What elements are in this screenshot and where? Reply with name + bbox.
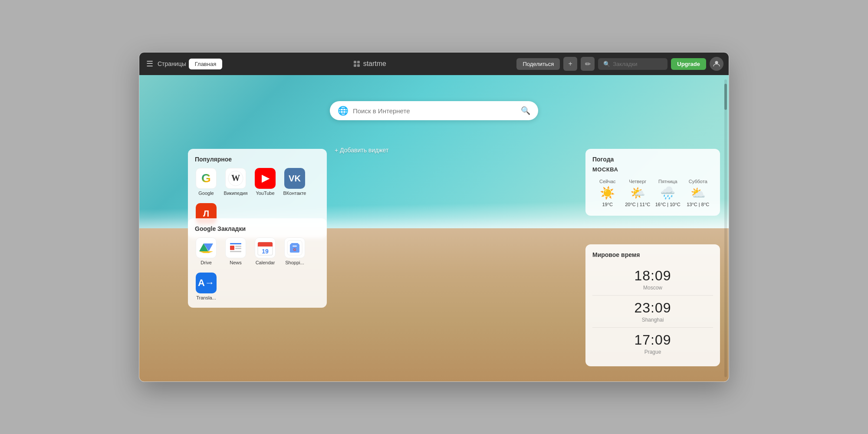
svg-rect-22 bbox=[293, 246, 297, 247]
bookmark-item-shopping[interactable]: G Shoppi... bbox=[283, 237, 306, 266]
vk-icon: VK bbox=[284, 168, 305, 189]
search-magnifier-icon[interactable]: 🔍 bbox=[521, 106, 530, 115]
weather-thu-temp: 20°C | 11°C bbox=[625, 202, 650, 207]
calendar-logo: 19 bbox=[257, 240, 273, 256]
bookmark-item-news[interactable]: News bbox=[224, 237, 247, 266]
news-label: News bbox=[230, 260, 242, 266]
drive-label: Drive bbox=[201, 260, 212, 266]
startme-logo-icon bbox=[353, 60, 361, 68]
bookmarks-widget-title: Google Закладки bbox=[195, 225, 320, 232]
main-search-box: 🌐 🔍 bbox=[330, 101, 538, 120]
wikipedia-logo: W bbox=[228, 171, 243, 186]
add-widget-button[interactable]: + Добавить виджет bbox=[335, 147, 388, 154]
drive-icon bbox=[196, 237, 217, 258]
weather-sat-icon: ⛅ bbox=[690, 186, 706, 200]
site-name: startme bbox=[363, 60, 386, 68]
globe-icon: 🌐 bbox=[338, 105, 349, 116]
time-prague-value: 17:09 bbox=[592, 332, 713, 348]
svg-rect-15 bbox=[235, 248, 241, 249]
bookmark-item-translate[interactable]: A→ Transla... bbox=[195, 273, 217, 301]
shopping-label: Shoppi... bbox=[285, 260, 304, 266]
user-avatar-button[interactable] bbox=[710, 57, 723, 71]
translate-label: Transla... bbox=[196, 295, 216, 301]
weather-day-sat: Суббота ⛅ 13°C | 8°C bbox=[683, 177, 713, 209]
news-logo bbox=[227, 240, 244, 256]
time-prague-city: Prague bbox=[592, 349, 713, 355]
time-entry-moscow: 18:09 Moscow bbox=[592, 263, 713, 296]
bookmarks-search[interactable]: 🔍 bbox=[598, 58, 667, 70]
bookmark-item-calendar[interactable]: 19 Calendar bbox=[254, 237, 276, 266]
glavnaya-button[interactable]: Главная bbox=[189, 59, 222, 69]
time-shanghai-city: Shanghai bbox=[592, 317, 713, 323]
weather-day-thu: Четверг 🌤️ 20°C | 11°C bbox=[623, 177, 653, 209]
time-title: Мировое время bbox=[592, 251, 713, 258]
bookmarks-widget: Google Закладки Drive bbox=[188, 218, 327, 308]
vk-label: ВКонтакте bbox=[283, 191, 306, 196]
weather-title: Погода bbox=[592, 156, 713, 163]
weather-fri-icon: 🌧️ bbox=[660, 186, 675, 200]
svg-marker-10 bbox=[199, 251, 213, 253]
menu-icon[interactable]: ☰ bbox=[145, 57, 155, 70]
wikipedia-icon: W bbox=[225, 168, 246, 189]
youtube-label: YouTube bbox=[256, 191, 274, 196]
weather-day-now: Сейчас ☀️ 19°C bbox=[592, 177, 623, 209]
popular-widget-title: Популярное bbox=[195, 156, 320, 163]
toolbar-left: ☰ Страницы Главная bbox=[145, 57, 222, 70]
shopping-icon: G bbox=[284, 237, 305, 258]
user-icon bbox=[713, 60, 720, 67]
youtube-icon: ▶ bbox=[255, 168, 276, 189]
scrollbar-thumb[interactable] bbox=[724, 84, 727, 110]
bookmark-item-drive[interactable]: Drive bbox=[195, 237, 217, 266]
bookmarks-input[interactable] bbox=[613, 61, 662, 67]
time-widget: Мировое время 18:09 Moscow 23:09 Shangha… bbox=[585, 244, 720, 366]
calendar-icon: 19 bbox=[255, 237, 276, 258]
site-logo: startme bbox=[353, 60, 386, 68]
google-icon: G bbox=[196, 168, 217, 189]
weather-city: МОСКВА bbox=[592, 166, 713, 173]
weather-fri-temp: 16°C | 10°C bbox=[655, 202, 681, 207]
weather-now-icon: ☀️ bbox=[600, 186, 615, 200]
svg-rect-16 bbox=[230, 251, 241, 252]
weather-now-label: Сейчас bbox=[599, 179, 616, 184]
calendar-label: Calendar bbox=[256, 260, 275, 266]
toolbar-right: Поделиться + ✏ 🔍 Upgrade bbox=[516, 57, 723, 71]
time-shanghai-value: 23:09 bbox=[592, 300, 713, 316]
news-icon bbox=[225, 237, 246, 258]
bookmarks-icons-list: Drive News bbox=[195, 237, 320, 301]
weather-sat-temp: 13°C | 8°C bbox=[687, 202, 709, 207]
svg-rect-0 bbox=[354, 61, 356, 63]
weather-now-temp: 19°C bbox=[602, 202, 613, 207]
browser-window: ☰ Страницы Главная startme Поделиться + … bbox=[139, 52, 729, 382]
scrollbar[interactable] bbox=[724, 79, 727, 377]
popular-item-youtube[interactable]: ▶ YouTube bbox=[254, 168, 276, 196]
main-content: 🌐 🔍 + Добавить виджет Популярное G Googl… bbox=[139, 75, 729, 381]
popular-item-vk[interactable]: VK ВКонтакте bbox=[283, 168, 306, 196]
svg-rect-3 bbox=[357, 64, 360, 67]
time-entry-prague: 17:09 Prague bbox=[592, 328, 713, 359]
svg-rect-2 bbox=[354, 64, 356, 67]
svg-text:G: G bbox=[293, 247, 296, 252]
weather-thu-icon: 🌤️ bbox=[630, 186, 645, 200]
add-button[interactable]: + bbox=[563, 57, 577, 71]
pages-label: Страницы bbox=[158, 60, 186, 67]
time-moscow-city: Moscow bbox=[592, 285, 713, 291]
time-moscow-value: 18:09 bbox=[592, 268, 713, 284]
svg-rect-1 bbox=[357, 61, 360, 63]
weather-fri-label: Пятница bbox=[658, 179, 677, 184]
svg-rect-19 bbox=[258, 245, 273, 247]
edit-button[interactable]: ✏ bbox=[581, 57, 595, 71]
translate-icon: A→ bbox=[196, 273, 217, 293]
svg-rect-14 bbox=[235, 246, 241, 247]
svg-text:W: W bbox=[231, 173, 240, 183]
popular-item-wikipedia[interactable]: W Википедия bbox=[224, 168, 247, 196]
upgrade-button[interactable]: Upgrade bbox=[671, 58, 706, 70]
wikipedia-label: Википедия bbox=[224, 191, 248, 196]
time-entry-shanghai: 23:09 Shanghai bbox=[592, 296, 713, 328]
popular-item-google[interactable]: G Google bbox=[195, 168, 217, 196]
toolbar-center: startme bbox=[226, 60, 513, 68]
svg-text:19: 19 bbox=[262, 248, 269, 255]
svg-rect-13 bbox=[230, 246, 234, 250]
weather-day-fri: Пятница 🌧️ 16°C | 10°C bbox=[653, 177, 683, 209]
main-search-input[interactable] bbox=[353, 107, 516, 115]
share-button[interactable]: Поделиться bbox=[516, 58, 560, 70]
